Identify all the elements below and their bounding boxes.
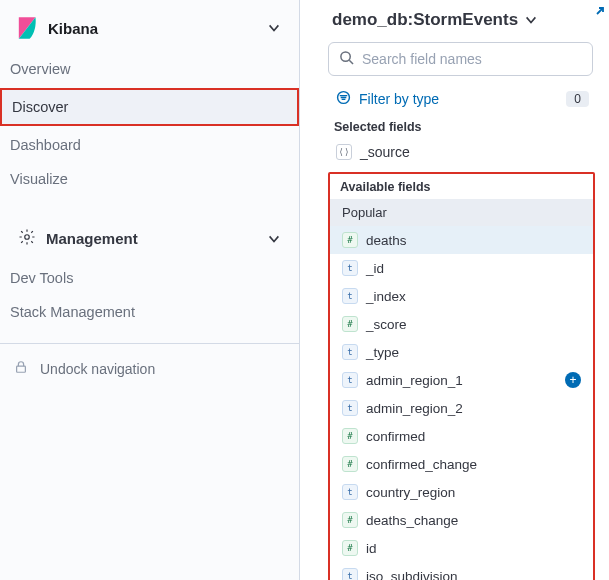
number-field-icon: # [342, 428, 358, 444]
sidebar-item-overview[interactable]: Overview [10, 61, 281, 77]
field-label: deaths [366, 233, 407, 248]
nav-list: OverviewDiscoverDashboardVisualize [0, 50, 299, 198]
svg-rect-1 [17, 366, 26, 372]
field-label: country_region [366, 485, 455, 500]
chevron-down-icon [267, 21, 281, 35]
sidebar-item-visualize[interactable]: Visualize [10, 171, 281, 187]
text-field-icon: t [342, 568, 358, 580]
field-label: _id [366, 261, 384, 276]
expand-icon[interactable] [589, 6, 605, 25]
kibana-section-header[interactable]: Kibana [0, 10, 299, 50]
field-label: _score [366, 317, 407, 332]
field-item[interactable]: #_score [330, 310, 593, 338]
selected-fields-heading: Selected fields [324, 116, 599, 139]
kibana-logo-icon [18, 16, 38, 40]
sidebar-item-dev-tools[interactable]: Dev Tools [0, 261, 299, 295]
dataset-selector[interactable]: demo_db:StormEvents [324, 10, 599, 40]
management-label: Management [46, 230, 138, 247]
undock-navigation[interactable]: Undock navigation [0, 354, 299, 383]
undock-label: Undock navigation [40, 361, 155, 377]
management-list: Dev ToolsStack Management [0, 259, 299, 331]
field-item[interactable]: t_type [330, 338, 593, 366]
filter-icon [336, 90, 351, 108]
chevron-down-icon [267, 232, 281, 246]
svg-point-2 [341, 52, 350, 61]
filter-by-type[interactable]: Filter by type 0 [324, 82, 599, 116]
search-placeholder: Search field names [362, 51, 482, 67]
field-item[interactable]: t_index [330, 282, 593, 310]
text-field-icon: t [342, 344, 358, 360]
number-field-icon: # [342, 456, 358, 472]
field-panel: demo_db:StormEvents Search field names F… [300, 0, 609, 580]
field-label: admin_region_1 [366, 373, 463, 388]
field-label: _index [366, 289, 406, 304]
svg-point-0 [25, 235, 30, 240]
field-item[interactable]: #deaths [330, 226, 593, 254]
field-item[interactable]: #id [330, 534, 593, 562]
popular-heading: Popular [330, 199, 593, 226]
number-field-icon: # [342, 512, 358, 528]
field-label: admin_region_2 [366, 401, 463, 416]
text-field-icon: t [342, 260, 358, 276]
number-field-icon: # [342, 316, 358, 332]
available-fields-heading: Available fields [330, 176, 593, 199]
field-label: iso_subdivision [366, 569, 458, 581]
field-label: confirmed [366, 429, 425, 444]
field-label: confirmed_change [366, 457, 477, 472]
field-label: _type [366, 345, 399, 360]
selected-field[interactable]: ⟨⟩_source [324, 139, 599, 168]
search-icon [339, 50, 354, 68]
field-item[interactable]: tadmin_region_2 [330, 394, 593, 422]
kibana-label: Kibana [48, 20, 98, 37]
field-item[interactable]: t_id [330, 254, 593, 282]
filter-label: Filter by type [359, 91, 439, 107]
sidebar-item-discover[interactable]: Discover [12, 99, 279, 115]
field-item[interactable]: tcountry_region [330, 478, 593, 506]
text-field-icon: t [342, 372, 358, 388]
number-field-icon: # [342, 540, 358, 556]
field-label: id [366, 541, 377, 556]
chevron-down-icon [524, 13, 538, 27]
field-item[interactable]: #confirmed [330, 422, 593, 450]
text-field-icon: t [342, 400, 358, 416]
lock-icon [14, 360, 28, 377]
field-label: deaths_change [366, 513, 458, 528]
field-item[interactable]: #deaths_change [330, 506, 593, 534]
text-field-icon: t [342, 288, 358, 304]
sidebar: Kibana OverviewDiscoverDashboardVisualiz… [0, 0, 300, 580]
sidebar-item-dashboard[interactable]: Dashboard [10, 137, 281, 153]
sidebar-item-stack-management[interactable]: Stack Management [0, 295, 299, 329]
field-item[interactable]: tadmin_region_1+ [330, 366, 593, 394]
available-fields-box: Available fields Popular #deaths t_idt_i… [328, 172, 595, 580]
management-section-header[interactable]: Management [0, 218, 299, 259]
field-item[interactable]: tiso_subdivision [330, 562, 593, 580]
source-field-icon: ⟨⟩ [336, 144, 352, 160]
gear-icon [18, 228, 36, 249]
field-item[interactable]: #confirmed_change [330, 450, 593, 478]
filter-count-badge: 0 [566, 91, 589, 107]
number-field-icon: # [342, 232, 358, 248]
search-input[interactable]: Search field names [328, 42, 593, 76]
field-label: _source [360, 144, 410, 160]
text-field-icon: t [342, 484, 358, 500]
add-field-button[interactable]: + [565, 372, 581, 388]
dataset-name: demo_db:StormEvents [332, 10, 518, 30]
